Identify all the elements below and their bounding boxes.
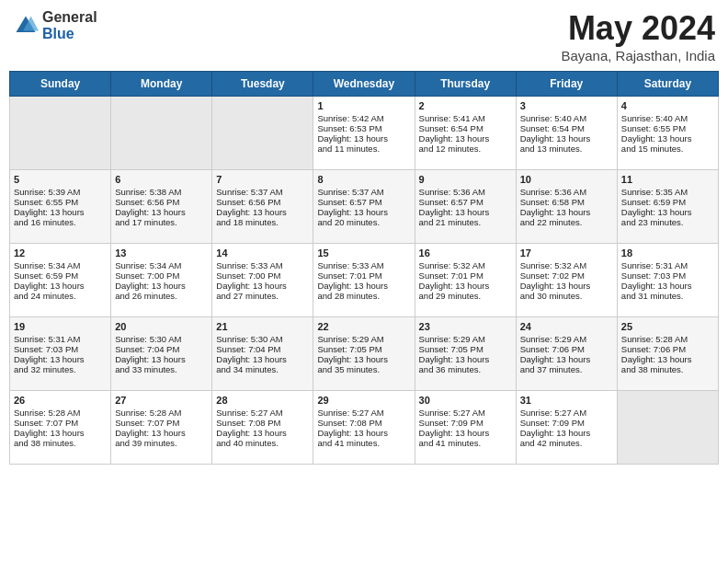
- day-info: Daylight: 13 hours: [317, 428, 410, 438]
- day-info: Sunset: 6:55 PM: [621, 123, 714, 133]
- day-info: and 13 minutes.: [520, 144, 613, 154]
- calendar-cell: 16Sunrise: 5:32 AMSunset: 7:01 PMDayligh…: [415, 244, 516, 317]
- day-info: Sunset: 7:01 PM: [317, 270, 410, 281]
- day-info: Sunset: 6:55 PM: [14, 197, 107, 207]
- day-info: Sunrise: 5:27 AM: [216, 408, 309, 418]
- day-info: Daylight: 13 hours: [14, 207, 107, 217]
- calendar-cell: 19Sunrise: 5:31 AMSunset: 7:03 PMDayligh…: [10, 317, 111, 391]
- day-info: Sunset: 7:05 PM: [419, 344, 512, 354]
- day-info: and 28 minutes.: [317, 291, 410, 301]
- day-number: 22: [317, 321, 410, 332]
- calendar-cell: 4Sunrise: 5:40 AMSunset: 6:55 PMDaylight…: [617, 97, 718, 170]
- day-info: Daylight: 13 hours: [14, 354, 107, 364]
- header-day-friday: Friday: [516, 72, 617, 97]
- day-info: and 11 minutes.: [317, 144, 410, 154]
- day-number: 9: [419, 174, 512, 185]
- day-info: Daylight: 13 hours: [216, 354, 309, 364]
- day-info: Daylight: 13 hours: [115, 207, 208, 217]
- calendar-cell: [111, 97, 212, 170]
- day-info: Sunrise: 5:36 AM: [520, 187, 613, 197]
- calendar-cell: 5Sunrise: 5:39 AMSunset: 6:55 PMDaylight…: [10, 170, 111, 244]
- logo-general-text: General: [42, 9, 97, 26]
- day-info: and 12 minutes.: [419, 144, 512, 154]
- day-info: and 33 minutes.: [115, 364, 208, 374]
- day-number: 5: [14, 174, 107, 185]
- day-number: 17: [520, 247, 613, 259]
- day-info: Sunset: 6:54 PM: [520, 123, 613, 133]
- calendar-cell: 10Sunrise: 5:36 AMSunset: 6:58 PMDayligh…: [516, 170, 617, 244]
- day-number: 16: [419, 247, 512, 259]
- calendar-cell: 13Sunrise: 5:34 AMSunset: 7:00 PMDayligh…: [111, 244, 212, 317]
- day-number: 19: [14, 321, 107, 332]
- calendar-cell: 21Sunrise: 5:30 AMSunset: 7:04 PMDayligh…: [212, 317, 313, 391]
- day-info: and 39 minutes.: [115, 438, 208, 448]
- day-info: Sunset: 6:53 PM: [317, 123, 410, 133]
- day-info: Sunrise: 5:32 AM: [520, 260, 613, 270]
- day-info: Sunrise: 5:29 AM: [317, 334, 410, 344]
- day-info: Sunset: 6:58 PM: [520, 197, 613, 207]
- day-info: Sunset: 7:00 PM: [216, 270, 309, 281]
- calendar-cell: 3Sunrise: 5:40 AMSunset: 6:54 PMDaylight…: [516, 97, 617, 170]
- day-info: and 38 minutes.: [14, 438, 107, 448]
- calendar-cell: 1Sunrise: 5:42 AMSunset: 6:53 PMDaylight…: [313, 97, 415, 170]
- week-row-3: 12Sunrise: 5:34 AMSunset: 6:59 PMDayligh…: [10, 244, 719, 317]
- day-info: Daylight: 13 hours: [14, 281, 107, 291]
- header-day-tuesday: Tuesday: [212, 72, 313, 97]
- day-info: Sunset: 7:05 PM: [317, 344, 410, 354]
- calendar-cell: 29Sunrise: 5:27 AMSunset: 7:08 PMDayligh…: [313, 391, 415, 465]
- day-number: 27: [115, 395, 208, 406]
- day-number: 1: [317, 100, 410, 111]
- calendar-cell: 25Sunrise: 5:28 AMSunset: 7:06 PMDayligh…: [617, 317, 718, 391]
- day-info: Sunset: 7:02 PM: [520, 270, 613, 281]
- calendar-cell: 7Sunrise: 5:37 AMSunset: 6:56 PMDaylight…: [212, 170, 313, 244]
- day-info: Daylight: 13 hours: [317, 133, 410, 144]
- calendar-cell: 18Sunrise: 5:31 AMSunset: 7:03 PMDayligh…: [617, 244, 718, 317]
- day-number: 7: [216, 174, 309, 185]
- day-info: and 35 minutes.: [317, 364, 410, 374]
- day-info: and 30 minutes.: [520, 291, 613, 301]
- day-number: 24: [520, 321, 613, 332]
- week-row-4: 19Sunrise: 5:31 AMSunset: 7:03 PMDayligh…: [10, 317, 719, 391]
- calendar-cell: 23Sunrise: 5:29 AMSunset: 7:05 PMDayligh…: [415, 317, 516, 391]
- day-info: Sunset: 6:57 PM: [317, 197, 410, 207]
- day-info: Sunset: 7:06 PM: [621, 344, 714, 354]
- day-info: Sunrise: 5:30 AM: [115, 334, 208, 344]
- day-info: Daylight: 13 hours: [621, 281, 714, 291]
- day-number: 26: [14, 395, 107, 406]
- day-info: Sunrise: 5:30 AM: [216, 334, 309, 344]
- header-day-wednesday: Wednesday: [313, 72, 415, 97]
- logo-blue-text: Blue: [42, 26, 97, 42]
- day-info: Sunrise: 5:31 AM: [621, 260, 714, 270]
- day-info: Sunrise: 5:37 AM: [317, 187, 410, 197]
- day-info: and 27 minutes.: [216, 291, 309, 301]
- day-info: and 21 minutes.: [419, 217, 512, 227]
- calendar-cell: 8Sunrise: 5:37 AMSunset: 6:57 PMDaylight…: [313, 170, 415, 244]
- logo-icon: [13, 13, 39, 39]
- day-info: Sunrise: 5:31 AM: [14, 334, 107, 344]
- day-info: and 24 minutes.: [14, 291, 107, 301]
- week-row-1: 1Sunrise: 5:42 AMSunset: 6:53 PMDaylight…: [10, 97, 719, 170]
- day-info: Sunset: 6:54 PM: [419, 123, 512, 133]
- day-info: Sunrise: 5:32 AM: [419, 260, 512, 270]
- day-info: Sunrise: 5:33 AM: [216, 260, 309, 270]
- day-info: Sunset: 7:04 PM: [216, 344, 309, 354]
- day-info: and 16 minutes.: [14, 217, 107, 227]
- day-info: and 18 minutes.: [216, 217, 309, 227]
- day-info: and 41 minutes.: [419, 438, 512, 448]
- day-info: Sunset: 7:07 PM: [115, 418, 208, 428]
- day-number: 6: [115, 174, 208, 185]
- day-number: 21: [216, 321, 309, 332]
- calendar-title: May 2024: [561, 9, 715, 48]
- day-info: Daylight: 13 hours: [419, 354, 512, 364]
- day-info: and 34 minutes.: [216, 364, 309, 374]
- day-info: Sunrise: 5:35 AM: [621, 187, 714, 197]
- day-info: Daylight: 13 hours: [520, 207, 613, 217]
- calendar-cell: [617, 391, 718, 465]
- day-info: Sunrise: 5:42 AM: [317, 113, 410, 123]
- day-info: and 15 minutes.: [621, 144, 714, 154]
- day-number: 30: [419, 395, 512, 406]
- day-info: Sunset: 7:00 PM: [115, 270, 208, 281]
- calendar-cell: 24Sunrise: 5:29 AMSunset: 7:06 PMDayligh…: [516, 317, 617, 391]
- day-info: and 29 minutes.: [419, 291, 512, 301]
- day-number: 18: [621, 247, 714, 259]
